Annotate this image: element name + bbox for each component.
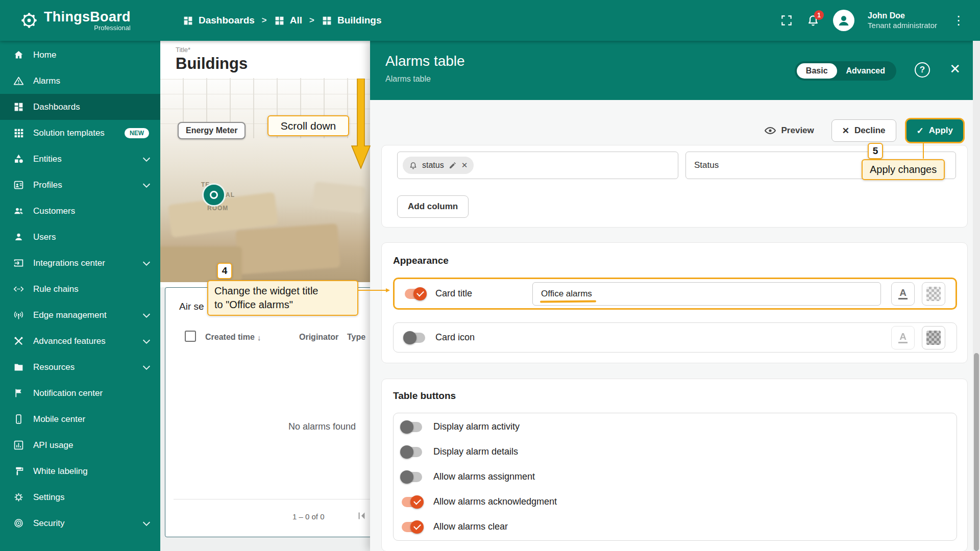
- chevron-down-icon: [143, 258, 150, 265]
- allow-alarms-assignment-toggle[interactable]: [402, 472, 422, 482]
- breadcrumb: Dashboards > All > Buildings: [183, 15, 382, 26]
- help-button[interactable]: ?: [915, 62, 930, 78]
- brand-name: ThingsBoard: [44, 9, 131, 25]
- notifications-button[interactable]: 1: [806, 14, 820, 27]
- grid-icon: [274, 15, 285, 26]
- sidebar-item-entities[interactable]: Entities: [0, 146, 160, 172]
- font-settings-button[interactable]: A: [891, 282, 915, 306]
- kebab-menu-icon[interactable]: ⋮: [950, 13, 967, 28]
- sidebar-item-dashboards[interactable]: Dashboards: [0, 94, 160, 120]
- alarms-widget-card[interactable]: Air se Created time ↓ Originator Type No…: [165, 287, 375, 537]
- ethernet-icon: [13, 284, 24, 294]
- floor-plan-label: AL: [226, 191, 235, 198]
- card-title-label: Card title: [435, 288, 532, 299]
- apply-button[interactable]: ✓ Apply: [906, 119, 963, 142]
- sidebar-item-settings[interactable]: Settings: [0, 484, 160, 510]
- panel-scrollbar[interactable]: [973, 41, 980, 551]
- sidebar-item-advanced-features[interactable]: Advanced features: [0, 328, 160, 354]
- card-title-toggle[interactable]: [405, 289, 425, 299]
- sidebar-item-customers[interactable]: Customers: [0, 198, 160, 224]
- icon-settings-button[interactable]: A: [891, 326, 915, 349]
- sidebar: Home Alarms Dashboards Solution template…: [0, 41, 160, 551]
- dashboard-title-field[interactable]: Title* Buildings: [160, 41, 370, 78]
- card-title-row: Card title Office alarms A: [393, 278, 957, 310]
- breadcrumb-buildings[interactable]: Buildings: [322, 15, 382, 26]
- icon-color-button[interactable]: [922, 326, 945, 349]
- column-key-field[interactable]: status ✕: [397, 152, 678, 179]
- appearance-card: Appearance Card title Office alarms A Ca…: [381, 242, 968, 363]
- appearance-heading: Appearance: [393, 255, 957, 266]
- annotation-step-5-badge: 5: [868, 143, 883, 159]
- scrollbar-thumb[interactable]: [974, 353, 979, 551]
- floor-plan-image: TE AL ROOM Energy Meter: [160, 78, 370, 282]
- panel-subtitle: Alarms table: [385, 74, 431, 84]
- divider: [174, 499, 375, 499]
- column-header-created-time[interactable]: Created time ↓: [205, 333, 261, 342]
- status-chip[interactable]: status ✕: [403, 157, 474, 174]
- sidebar-item-notification-center[interactable]: Notification center: [0, 380, 160, 406]
- preview-button[interactable]: Preview: [764, 124, 814, 137]
- breadcrumb-dashboards[interactable]: Dashboards: [183, 15, 255, 26]
- paint-icon: [13, 466, 24, 477]
- brand-subtitle: Professional: [94, 24, 131, 32]
- device-marker[interactable]: [202, 183, 226, 207]
- warning-icon: [13, 76, 24, 86]
- breadcrumb-separator: >: [262, 15, 267, 26]
- gear-logo-icon: [20, 12, 38, 29]
- sidebar-item-solution-templates[interactable]: Solution templates NEW: [0, 120, 160, 146]
- dashboard-icon: [13, 102, 24, 112]
- sidebar-item-edge-management[interactable]: Edge management: [0, 302, 160, 328]
- sidebar-item-home[interactable]: Home: [0, 42, 160, 68]
- sidebar-item-white-labeling[interactable]: White labeling: [0, 458, 160, 484]
- avatar[interactable]: [833, 10, 854, 31]
- display-alarm-details-toggle[interactable]: [402, 447, 422, 457]
- panel-header: Alarms table Alarms table Basic Advanced…: [370, 41, 980, 100]
- notification-count-badge: 1: [814, 10, 824, 20]
- tab-basic[interactable]: Basic: [797, 63, 837, 79]
- bell-icon: [409, 161, 418, 170]
- tab-advanced[interactable]: Advanced: [837, 63, 894, 79]
- display-alarm-activity-toggle[interactable]: [402, 422, 422, 432]
- annotation-step-5-label: Apply changes: [862, 159, 945, 180]
- first-page-icon[interactable]: [355, 509, 369, 522]
- column-header-type[interactable]: Type: [347, 333, 365, 342]
- input-icon: [13, 258, 24, 268]
- pagination-label: 1 – 0 of 0: [292, 512, 325, 521]
- edit-pencil-icon[interactable]: [449, 161, 457, 169]
- sidebar-item-integrations-center[interactable]: Integrations center: [0, 250, 160, 276]
- card-title-input[interactable]: Office alarms: [532, 282, 881, 306]
- toggle-row-allow-alarms-assignment: Allow alarms assignment: [394, 464, 957, 489]
- allow-alarms-acknowledgment-toggle[interactable]: [402, 497, 422, 507]
- toggle-row-allow-alarms-acknowledgment: Allow alarms acknowledgment: [394, 489, 957, 514]
- card-icon-toggle[interactable]: [405, 333, 425, 343]
- decline-button[interactable]: ✕ Decline: [831, 119, 896, 142]
- breadcrumb-all[interactable]: All: [274, 15, 302, 26]
- sidebar-item-profiles[interactable]: Profiles: [0, 172, 160, 198]
- sidebar-item-security[interactable]: Security: [0, 510, 160, 536]
- allow-alarms-clear-toggle[interactable]: [402, 522, 422, 532]
- chip-remove-icon[interactable]: ✕: [461, 161, 468, 170]
- fullscreen-button[interactable]: [780, 14, 793, 27]
- mode-toggle: Basic Advanced: [795, 61, 896, 81]
- close-icon[interactable]: ✕: [949, 61, 961, 77]
- annotation-scroll-down: Scroll down: [267, 115, 349, 136]
- column-header-originator[interactable]: Originator: [299, 333, 338, 342]
- color-swatch: [926, 331, 941, 345]
- color-settings-button[interactable]: [922, 282, 945, 306]
- sidebar-item-users[interactable]: Users: [0, 224, 160, 250]
- sidebar-item-api-usage[interactable]: API usage: [0, 432, 160, 458]
- sidebar-item-alarms[interactable]: Alarms: [0, 68, 160, 94]
- screen: ThingsBoard Professional Dashboards > Al…: [0, 0, 980, 551]
- thingsboard-logo[interactable]: ThingsBoard Professional: [0, 9, 160, 32]
- sort-desc-icon[interactable]: ↓: [257, 333, 261, 342]
- x-icon: ✕: [842, 126, 849, 136]
- add-column-button[interactable]: Add column: [397, 195, 469, 218]
- select-all-checkbox[interactable]: [185, 331, 196, 342]
- sidebar-item-mobile-center[interactable]: Mobile center: [0, 406, 160, 432]
- sidebar-item-resources[interactable]: Resources: [0, 354, 160, 380]
- category-icon: [13, 154, 24, 164]
- sidebar-item-rule-chains[interactable]: Rule chains: [0, 276, 160, 302]
- energy-meter-chip[interactable]: Energy Meter: [178, 122, 246, 139]
- annotation-step-4-badge: 4: [217, 263, 232, 279]
- chevron-down-icon: [143, 180, 150, 187]
